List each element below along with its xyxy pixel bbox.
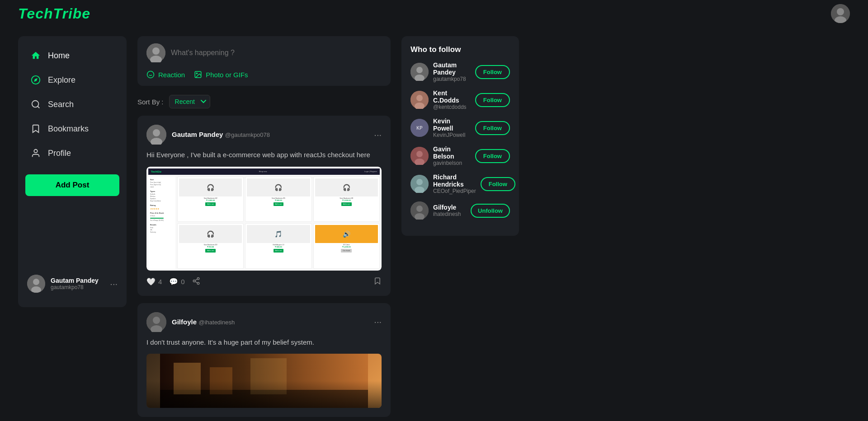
post-options-button[interactable]: ···: [374, 130, 382, 140]
heart-icon: 🤍: [146, 277, 156, 286]
follow-button-kent[interactable]: Follow: [475, 93, 510, 107]
gilfoyle-post-image: [146, 354, 382, 408]
svg-point-5: [32, 101, 39, 108]
search-icon: [31, 99, 41, 109]
svg-point-20: [153, 129, 160, 136]
sidebar-item-home[interactable]: Home: [18, 43, 127, 68]
post-author-handle: @gautamkpo078: [225, 131, 270, 138]
add-post-button[interactable]: Add Post: [25, 174, 119, 196]
follow-info-gilfoyle: Gilfoyle ihatedinesh: [433, 204, 466, 217]
compose-box: Reaction Photo or GIFs: [137, 36, 391, 86]
follow-button-gavin[interactable]: Follow: [475, 149, 510, 163]
follow-item-gavin: Gavin Belson gavinbelson Follow: [410, 145, 510, 166]
svg-point-28: [153, 317, 160, 324]
post-author-info-gilfoyle: Gilfoyle @ihatedinesh: [172, 318, 235, 326]
svg-text:KP: KP: [416, 126, 423, 131]
follow-name-kent: Kent C.Dodds: [433, 89, 471, 104]
post-author-name-gilfoyle: Gilfoyle: [172, 318, 197, 326]
svg-point-36: [416, 67, 423, 73]
share-button[interactable]: [192, 277, 200, 287]
reaction-button[interactable]: Reaction: [146, 70, 185, 79]
like-button[interactable]: 🤍 4: [146, 277, 162, 286]
svg-point-22: [197, 277, 199, 280]
post-author-info: Gautam Pandey @gautamkpo078: [172, 131, 270, 139]
svg-point-18: [196, 73, 197, 74]
comment-count: 0: [181, 278, 184, 285]
follow-info-gavin: Gavin Belson gavinbelson: [433, 145, 471, 166]
follow-avatar-gavin: [410, 147, 429, 165]
follow-item-kent: Kent C.Dodds @kentcdodds Follow: [410, 89, 510, 110]
sidebar-item-explore[interactable]: Explore: [18, 68, 127, 92]
post-author-name: Gautam Pandey: [172, 131, 223, 138]
sidebar-user-handle: gautamkpo78: [51, 284, 104, 290]
follow-handle-richard: CEOof_PiedPiper: [433, 188, 476, 194]
sort-bar: Sort By : Recent Popular Oldest: [137, 95, 391, 108]
bookmark-button[interactable]: [373, 277, 382, 287]
post-header-left: Gautam Pandey @gautamkpo078: [146, 125, 270, 145]
compose-input[interactable]: [171, 45, 382, 61]
app-logo: TechTribe: [18, 5, 90, 22]
sidebar-avatar: [27, 275, 45, 293]
right-sidebar: Who to follow Gautam Pandey gautamkpo78 …: [401, 36, 519, 421]
follow-button-kevin[interactable]: Follow: [475, 121, 510, 135]
post-avatar: [146, 125, 166, 145]
ecom-header: TechGiz Shop now Login | Register: [148, 168, 380, 175]
post-body-gilfoyle: I don't trust anyone. It's a huge part o…: [146, 337, 382, 348]
post-footer: 🤍 4 💬 0: [146, 277, 382, 287]
share-icon: [192, 277, 200, 287]
main-layout: Home Explore Search Bookmarks Profile: [0, 27, 868, 421]
post-header-gilfoyle: Gilfoyle @ihatedinesh ···: [146, 312, 382, 332]
follow-button-richard[interactable]: Follow: [481, 177, 515, 191]
svg-point-1: [837, 8, 844, 15]
sidebar-item-search[interactable]: Search: [18, 92, 127, 117]
post-author-handle-gilfoyle: @ihatedinesh: [198, 319, 235, 326]
svg-point-14: [147, 71, 154, 78]
post-options-button-gilfoyle[interactable]: ···: [374, 317, 382, 327]
photo-gifs-button[interactable]: Photo or GIFs: [194, 70, 248, 79]
follow-avatar-kent: [410, 91, 429, 109]
sort-select[interactable]: Recent Popular Oldest: [169, 95, 210, 108]
photo-gifs-label: Photo or GIFs: [206, 71, 248, 79]
follow-name-gilfoyle: Gilfoyle: [433, 204, 466, 211]
sidebar-label-home: Home: [48, 51, 70, 61]
unfollow-button-gilfoyle[interactable]: Unfollow: [471, 204, 510, 218]
follow-handle-gautam: gautamkpo78: [433, 76, 471, 82]
ecom-product-item: 🎧 Sonic Bassbooms 225 ₹900.00 Add to car…: [245, 177, 311, 222]
compose-avatar: [146, 43, 165, 62]
follow-handle-kevin: KevinJPowell: [433, 132, 471, 138]
sort-label: Sort By :: [137, 98, 164, 106]
ecom-product-item: 🎧 Sonic Bassbooms 242 ₹1,000.00 Add to c…: [177, 177, 244, 222]
follow-avatar-gautam: [410, 63, 429, 81]
comment-button[interactable]: 💬 0: [169, 277, 184, 286]
svg-line-26: [195, 279, 197, 280]
sidebar-item-bookmarks[interactable]: Bookmarks: [18, 117, 127, 141]
follow-avatar-kevin: KP: [410, 119, 429, 137]
post-header-left-gilfoyle: Gilfoyle @ihatedinesh: [146, 312, 235, 332]
ecom-product-item: 🎵 North Airpopes 1.0 ₹900.00 Add to cart: [245, 223, 311, 269]
topbar: TechTribe: [0, 0, 868, 27]
follow-name-gautam: Gautam Pandey: [433, 61, 471, 76]
post-header: Gautam Pandey @gautamkpo078 ···: [146, 125, 382, 145]
sidebar-user-options-button[interactable]: ···: [110, 279, 118, 289]
ecom-body: Sort Price (low to high) Price (high to …: [148, 177, 380, 269]
svg-point-7: [34, 150, 37, 153]
ecom-product-item: 🎧 Sonic Bassbooms 503 ₹1,200.00 Add to c…: [313, 177, 380, 222]
follow-avatar-gilfoyle-wtf: [410, 201, 429, 220]
like-count: 4: [158, 278, 162, 285]
sidebar-item-profile[interactable]: Profile: [18, 141, 127, 165]
svg-point-39: [416, 95, 423, 101]
follow-name-gavin: Gavin Belson: [433, 145, 471, 160]
follow-avatar-richard: [410, 175, 429, 193]
reaction-label: Reaction: [158, 71, 185, 79]
comment-icon: 💬: [169, 277, 178, 286]
post-card: Gautam Pandey @gautamkpo078 ··· Hii Ever…: [137, 116, 391, 296]
follow-button-gautam[interactable]: Follow: [475, 65, 510, 79]
follow-info-gautam: Gautam Pandey gautamkpo78: [433, 61, 471, 82]
post-avatar-gilfoyle: [146, 312, 166, 332]
feed: Reaction Photo or GIFs Sort By : Recent …: [137, 36, 391, 421]
topbar-user-avatar[interactable]: [831, 4, 850, 23]
post-card-gilfoyle: Gilfoyle @ihatedinesh ··· I don't trust …: [137, 303, 391, 417]
left-sidebar: Home Explore Search Bookmarks Profile: [18, 36, 127, 307]
svg-line-6: [38, 106, 39, 108]
follow-name-kevin: Kevin Powell: [433, 117, 471, 132]
